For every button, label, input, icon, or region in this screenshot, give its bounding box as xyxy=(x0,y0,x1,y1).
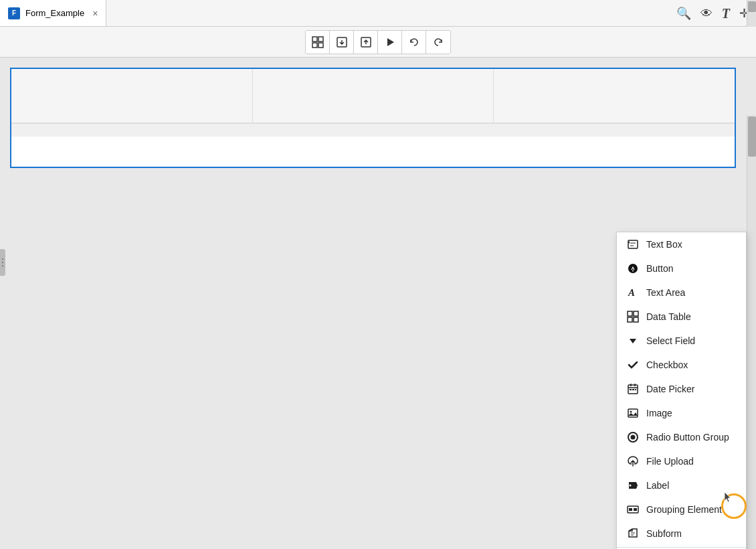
tab-form-example[interactable]: F Form_Example × xyxy=(0,0,106,26)
label-icon xyxy=(626,479,640,492)
image-icon xyxy=(626,406,640,420)
svg-point-26 xyxy=(631,435,636,440)
file-upload-icon xyxy=(626,455,640,468)
toolbar-group-main xyxy=(305,30,451,54)
svg-point-24 xyxy=(630,411,632,413)
menu-label-image: Image xyxy=(646,408,672,418)
menu-label-text-area: Text Area xyxy=(646,287,685,298)
menu-label-grouping-element: Grouping Element xyxy=(646,504,722,515)
menu-label-subform: Subform xyxy=(646,528,682,539)
svg-rect-1 xyxy=(318,37,323,42)
menu-label-data-table: Data Table xyxy=(646,311,691,322)
left-resize-handle[interactable] xyxy=(0,249,5,276)
toolbar xyxy=(0,27,756,58)
menu-item-radio-button-group[interactable]: Radio Button Group xyxy=(617,425,746,449)
subform-icon xyxy=(626,527,640,540)
svg-rect-13 xyxy=(628,317,632,322)
import-btn[interactable] xyxy=(330,31,354,54)
form-footer xyxy=(11,123,735,137)
text-box-icon xyxy=(626,238,640,251)
form-cell-1[interactable] xyxy=(11,69,253,123)
svg-rect-14 xyxy=(634,317,638,322)
checkbox-icon xyxy=(626,358,640,372)
text-area-icon: A xyxy=(626,286,640,299)
export-btn[interactable] xyxy=(354,31,378,54)
search-icon[interactable]: 🔍 xyxy=(676,6,691,21)
menu-label-label: Label xyxy=(646,480,669,491)
form-cell-2[interactable] xyxy=(253,69,494,123)
data-table-icon xyxy=(626,310,640,323)
menu-label-select-field: Select Field xyxy=(646,335,695,346)
svg-rect-2 xyxy=(312,43,317,48)
svg-text:A: A xyxy=(628,287,635,298)
menu-label-radio-button-group: Radio Button Group xyxy=(646,432,729,443)
menu-item-grouping-element[interactable]: Grouping Element xyxy=(617,497,746,522)
tab-close-btn[interactable]: × xyxy=(92,8,98,19)
svg-rect-0 xyxy=(312,37,317,42)
menu-item-select-field[interactable]: Select Field xyxy=(617,329,746,353)
menu-divider xyxy=(617,547,746,548)
svg-point-8 xyxy=(628,264,638,273)
menu-label-date-picker: Date Picker xyxy=(646,384,694,394)
side-scrollbar[interactable] xyxy=(747,115,756,549)
menu-label-text-box: Text Box xyxy=(646,239,682,250)
preview-icon[interactable]: 👁 xyxy=(700,7,713,21)
svg-rect-7 xyxy=(628,240,638,248)
run-btn[interactable] xyxy=(378,31,402,54)
menu-item-date-picker[interactable]: Date Picker xyxy=(617,377,746,401)
svg-marker-15 xyxy=(630,339,636,343)
svg-rect-30 xyxy=(634,508,637,511)
svg-rect-29 xyxy=(629,508,632,511)
menu-label-checkbox: Checkbox xyxy=(646,360,688,370)
menu-item-checkbox[interactable]: Checkbox xyxy=(617,353,746,377)
grid-btn[interactable] xyxy=(306,31,330,54)
menu-item-text-area[interactable]: A Text Area xyxy=(617,281,746,305)
tab-icon: F xyxy=(8,7,20,19)
svg-rect-12 xyxy=(634,311,638,316)
form-canvas[interactable] xyxy=(10,68,736,168)
menu-item-image[interactable]: Image xyxy=(617,401,746,425)
undo-btn[interactable] xyxy=(402,31,426,54)
menu-item-file-upload[interactable]: File Upload xyxy=(617,449,746,473)
menu-label-button: Button xyxy=(646,263,673,274)
svg-rect-21 xyxy=(632,389,634,390)
menu-item-label[interactable]: Label xyxy=(617,473,746,497)
svg-rect-20 xyxy=(630,389,632,390)
form-cell-3[interactable] xyxy=(494,69,735,123)
svg-rect-23 xyxy=(628,409,638,417)
button-icon xyxy=(626,262,640,275)
tab-title: Form_Example xyxy=(25,8,84,18)
canvas-area: Text Box Button A Text Area xyxy=(0,58,756,549)
menu-label-file-upload: File Upload xyxy=(646,456,694,467)
svg-rect-3 xyxy=(318,43,323,48)
svg-rect-22 xyxy=(635,389,636,390)
menu-item-text-box[interactable]: Text Box xyxy=(617,232,746,256)
radio-button-group-icon xyxy=(626,430,640,444)
svg-point-27 xyxy=(630,485,632,487)
menu-item-data-table[interactable]: Data Table xyxy=(617,305,746,329)
svg-marker-6 xyxy=(387,38,394,46)
element-dropdown-menu: Text Box Button A Text Area xyxy=(616,232,747,549)
grouping-element-icon xyxy=(626,503,640,516)
redo-btn[interactable] xyxy=(426,31,450,54)
date-picker-icon xyxy=(626,382,640,396)
select-field-icon xyxy=(626,334,640,347)
svg-rect-11 xyxy=(628,311,632,316)
text-tool-icon[interactable]: T xyxy=(722,6,730,21)
menu-item-button[interactable]: Button xyxy=(617,256,746,281)
svg-point-9 xyxy=(632,270,634,272)
menu-item-subform[interactable]: Subform xyxy=(617,522,746,546)
form-row xyxy=(11,69,735,123)
